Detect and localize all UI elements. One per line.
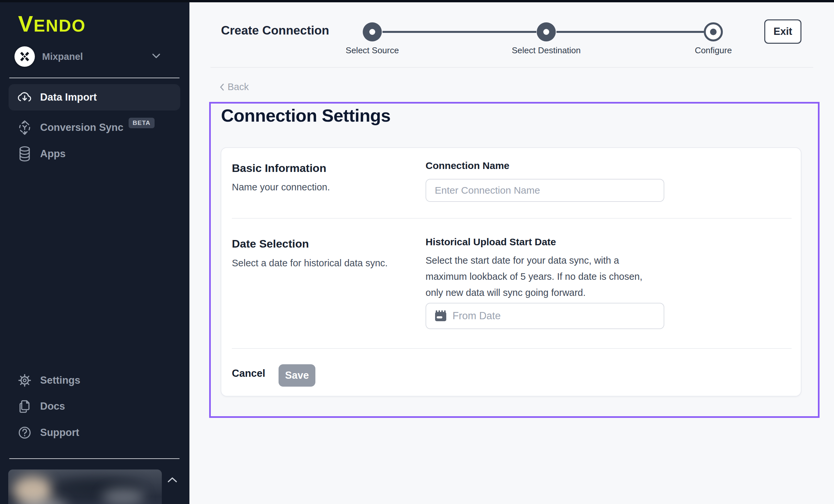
sidebar-item-label: Settings <box>40 374 80 386</box>
section-title: Connection Settings <box>221 105 391 126</box>
connection-settings-card: Basic Information Name your connection. … <box>221 147 802 396</box>
workspace-selector[interactable]: Mixpanel <box>15 46 178 67</box>
sidebar-item-support[interactable]: Support <box>8 419 180 446</box>
save-button[interactable]: Save <box>279 364 315 387</box>
stepper-line-2 <box>556 31 704 33</box>
date-selection-description: Select a date for historical data sync. <box>232 258 388 269</box>
step-label-configure: Configure <box>657 45 769 56</box>
documents-icon <box>17 399 32 414</box>
sidebar-item-data-import[interactable]: Data Import <box>8 84 180 110</box>
sidebar-item-docs[interactable]: Docs <box>8 393 180 419</box>
vendo-logo: VENDO <box>18 13 86 35</box>
from-date-input[interactable]: From Date <box>425 303 664 329</box>
step-label-select-destination: Select Destination <box>490 45 602 56</box>
basic-information-description: Name your connection. <box>232 182 330 193</box>
sync-move-icon <box>17 120 32 135</box>
header-divider <box>211 67 813 68</box>
sidebar: VENDO Mixpanel <box>0 0 190 504</box>
sidebar-item-label: Conversion Sync <box>40 122 123 133</box>
sidebar-item-label: Data Import <box>40 91 97 103</box>
question-circle-icon <box>17 426 32 440</box>
gear-icon <box>17 373 32 387</box>
from-date-placeholder: From Date <box>453 310 501 322</box>
cloud-download-icon <box>17 91 32 104</box>
app-window: VENDO Mixpanel <box>0 0 834 504</box>
basic-information-title: Basic Information <box>232 162 326 175</box>
calendar-icon <box>435 310 446 322</box>
sidebar-item-label: Apps <box>40 148 66 160</box>
card-divider <box>232 218 792 219</box>
step-select-source-indicator <box>363 22 382 41</box>
beta-badge: BETA <box>129 118 154 128</box>
chevron-down-icon <box>152 53 160 60</box>
sidebar-item-apps[interactable]: Apps <box>8 141 180 167</box>
user-detail-blur <box>102 488 145 504</box>
step-select-destination-indicator <box>537 22 556 41</box>
chevron-left-icon <box>220 83 224 91</box>
sidebar-item-label: Support <box>40 427 79 439</box>
card-divider <box>232 348 792 349</box>
back-link[interactable]: Back <box>220 82 249 92</box>
user-account-blurred[interactable] <box>8 469 162 504</box>
sidebar-divider-top <box>9 78 179 78</box>
workspace-name: Mixpanel <box>42 51 83 62</box>
stepper-line-1 <box>382 31 536 33</box>
database-icon <box>17 146 32 162</box>
sidebar-item-label: Docs <box>40 400 65 412</box>
connection-name-label: Connection Name <box>425 160 509 171</box>
date-selection-title: Date Selection <box>232 237 309 250</box>
historical-upload-label: Historical Upload Start Date <box>425 236 556 247</box>
step-label-select-source: Select Source <box>316 45 428 56</box>
connection-name-input[interactable] <box>425 179 664 202</box>
exit-button[interactable]: Exit <box>764 19 802 44</box>
mixpanel-logo-icon <box>15 46 35 67</box>
page-title: Create Connection <box>221 24 329 38</box>
sidebar-divider-bottom <box>9 458 179 459</box>
back-label: Back <box>227 82 249 92</box>
step-configure-indicator <box>704 22 723 41</box>
sidebar-item-conversion-sync[interactable]: Conversion Sync BETA <box>8 114 180 141</box>
historical-upload-help: Select the start date for your data sync… <box>425 253 657 301</box>
chevron-up-icon[interactable] <box>167 477 178 485</box>
sidebar-item-settings[interactable]: Settings <box>8 367 180 394</box>
window-top-edge <box>0 0 834 2</box>
cancel-button[interactable]: Cancel <box>232 368 265 379</box>
